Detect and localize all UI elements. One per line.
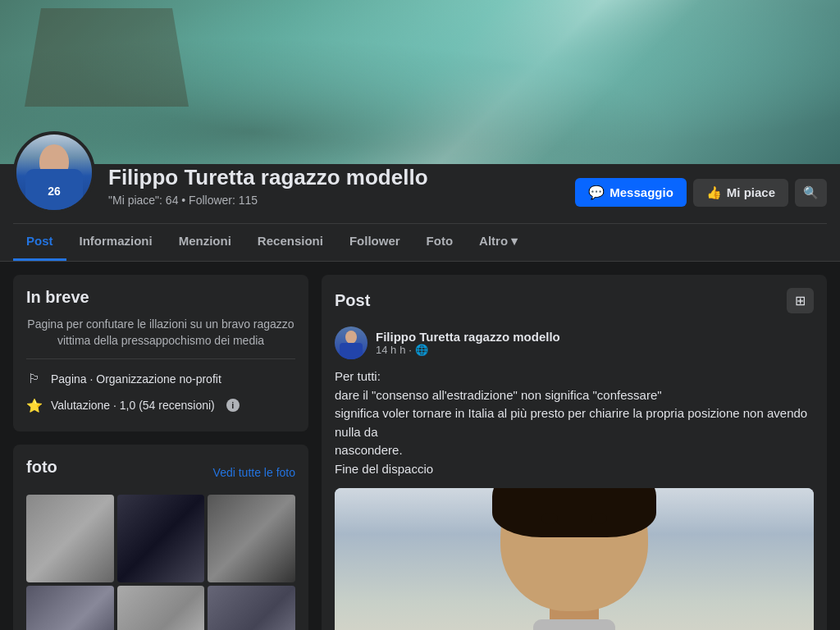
post-line-2: dare il "consenso all'estradizione" non … bbox=[335, 386, 814, 405]
tab-follower[interactable]: Follower bbox=[336, 224, 413, 261]
photos-title: foto bbox=[26, 458, 57, 477]
about-description: Pagina per confutare le illazioni su un … bbox=[26, 317, 295, 349]
search-button[interactable]: 🔍 bbox=[795, 179, 827, 207]
post-section-title: Post bbox=[335, 291, 370, 310]
page-icon: 🏳 bbox=[26, 371, 43, 387]
star-icon: ⭐ bbox=[26, 397, 43, 413]
post-line-1: Per tutti: bbox=[335, 368, 814, 386]
profile-avatar: 26 bbox=[13, 131, 95, 213]
post-line-3: significa voler tornare in Italia al più… bbox=[335, 404, 814, 441]
post-header-row: Post ⊞ bbox=[335, 288, 814, 313]
photo-thumbnail[interactable] bbox=[208, 586, 295, 630]
post-line-5: Fine del dispaccio bbox=[335, 460, 814, 479]
profile-actions: 💬 Messaggio 👍 Mi piace 🔍 bbox=[575, 178, 827, 213]
post-time: 14 h h · 🌐 bbox=[376, 344, 814, 356]
like-button[interactable]: 👍 Mi piace bbox=[693, 179, 788, 207]
see-all-photos-link[interactable]: Vedi tutte le foto bbox=[213, 466, 295, 479]
divider bbox=[26, 358, 295, 359]
photo-thumbnail[interactable] bbox=[117, 586, 205, 630]
post-author-name[interactable]: Filippo Turetta ragazzo modello bbox=[376, 330, 814, 344]
post-author-row: Filippo Turetta ragazzo modello 14 h h ·… bbox=[335, 326, 814, 359]
search-icon: 🔍 bbox=[803, 185, 819, 199]
post-item: Filippo Turetta ragazzo modello 14 h h ·… bbox=[335, 326, 814, 630]
page-type-row: 🏳 Pagina · Organizzazione no-profit bbox=[26, 366, 295, 392]
right-eye bbox=[591, 513, 607, 524]
profile-name: Filippo Turetta ragazzo modello bbox=[108, 165, 562, 190]
time-separator: h · bbox=[399, 344, 411, 356]
left-eye bbox=[541, 513, 558, 524]
messenger-icon: 💬 bbox=[588, 185, 605, 200]
left-column: In breve Pagina per confutare le illazio… bbox=[13, 275, 308, 630]
photo-thumbnail[interactable] bbox=[208, 495, 295, 582]
tab-informazioni[interactable]: Informazioni bbox=[66, 224, 166, 261]
about-card: In breve Pagina per confutare le illazio… bbox=[13, 275, 308, 431]
tab-menzioni[interactable]: Menzioni bbox=[166, 224, 244, 261]
shirt-collar bbox=[533, 619, 615, 630]
about-title: In breve bbox=[26, 288, 295, 307]
message-button[interactable]: 💬 Messaggio bbox=[575, 178, 687, 207]
nav-tabs: Post Informazioni Menzioni Recensioni Fo… bbox=[13, 223, 827, 261]
photo-thumbnail[interactable] bbox=[26, 586, 114, 630]
photo-thumbnail[interactable] bbox=[117, 495, 205, 582]
post-image bbox=[335, 488, 814, 630]
globe-icon: 🌐 bbox=[415, 344, 428, 356]
message-label: Messaggio bbox=[609, 185, 673, 199]
photo-thumbnail[interactable] bbox=[26, 495, 114, 582]
tab-foto[interactable]: Foto bbox=[413, 224, 466, 261]
main-content: In breve Pagina per confutare le illazio… bbox=[0, 262, 840, 630]
info-button[interactable]: i bbox=[226, 399, 240, 412]
tab-post[interactable]: Post bbox=[13, 224, 66, 261]
photos-card: foto Vedi tutte le foto bbox=[13, 445, 308, 630]
post-author-info: Filippo Turetta ragazzo modello 14 h h ·… bbox=[376, 330, 814, 356]
post-time-value: 14 h bbox=[376, 344, 396, 356]
post-avatar bbox=[335, 326, 368, 359]
profile-info: Filippo Turetta ragazzo modello "Mi piac… bbox=[108, 165, 562, 213]
rating-row: ⭐ Valutazione · 1,0 (54 recensioni) i bbox=[26, 392, 295, 418]
photos-grid bbox=[26, 495, 295, 630]
profile-meta: "Mi piace": 64 • Follower: 115 bbox=[108, 194, 562, 207]
tab-altro[interactable]: Altro ▾ bbox=[466, 224, 531, 261]
profile-header: 26 Filippo Turetta ragazzo modello "Mi p… bbox=[13, 131, 827, 223]
like-label: Mi piace bbox=[727, 185, 775, 199]
photos-header: foto Vedi tutte le foto bbox=[26, 458, 295, 486]
page-type-label: Pagina · Organizzazione no-profit bbox=[51, 372, 221, 386]
tab-recensioni[interactable]: Recensioni bbox=[244, 224, 336, 261]
post-text: Per tutti: dare il "consenso all'estradi… bbox=[335, 368, 814, 478]
profile-section: 26 Filippo Turetta ragazzo modello "Mi p… bbox=[0, 131, 840, 262]
right-column: Post ⊞ Filippo Turetta ragazzo modello 1… bbox=[322, 275, 827, 630]
thumbs-up-icon: 👍 bbox=[706, 185, 722, 200]
post-card: Post ⊞ Filippo Turetta ragazzo modello 1… bbox=[322, 275, 827, 630]
rating-label: Valutazione · 1,0 (54 recensioni) bbox=[51, 399, 215, 412]
post-controls-button[interactable]: ⊞ bbox=[787, 288, 814, 313]
post-line-4: nascondere. bbox=[335, 441, 814, 460]
